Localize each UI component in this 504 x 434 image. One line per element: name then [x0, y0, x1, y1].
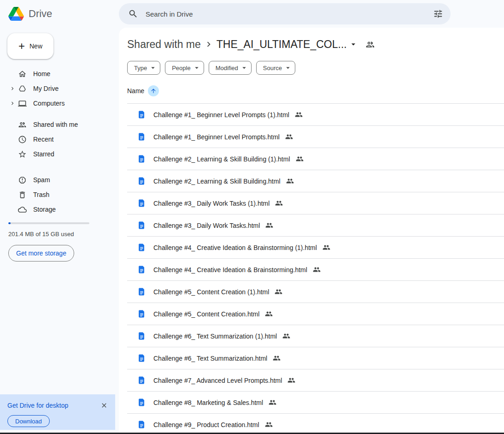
search-icon[interactable]	[124, 5, 142, 23]
tune-filters-icon[interactable]	[429, 5, 447, 23]
sidebar-item-spam[interactable]: Spam	[7, 172, 115, 187]
sidebar-item-label: Starred	[33, 150, 54, 158]
main-content: Shared with me THE_AI_ULTIMATE_COL... Ty…	[119, 28, 504, 434]
storage-usage-text: 201.4 MB of 15 GB used	[8, 231, 115, 238]
file-row[interactable]: Challenge #6_ Text Summarization.html	[127, 347, 504, 369]
file-name: Challenge #1_ Beginner Level Prompts.htm…	[153, 133, 280, 141]
shared-people-icon	[275, 199, 283, 207]
shared-people-icon	[295, 111, 303, 119]
html-file-icon	[137, 155, 146, 163]
shared-people-icon	[286, 177, 294, 185]
banner-title: Get Drive for desktop	[7, 402, 68, 409]
filter-chip-source[interactable]: Source	[256, 61, 295, 75]
html-file-icon	[137, 177, 146, 185]
breadcrumb-current-folder[interactable]: THE_AI_ULTIMATE_COL...	[217, 38, 347, 51]
topbar	[119, 0, 504, 28]
shared-people-icon	[265, 221, 273, 229]
html-file-icon	[137, 332, 146, 340]
new-button[interactable]: + New	[7, 33, 53, 59]
chevron-down-icon	[149, 64, 157, 72]
file-row[interactable]: Challenge #7_ Advanced Level Prompts.htm…	[127, 369, 504, 391]
shared-people-icon	[269, 398, 276, 406]
sort-ascending-icon[interactable]	[148, 85, 159, 96]
sidebar-item-starred[interactable]: Starred	[7, 147, 115, 161]
spam-icon	[18, 176, 27, 184]
filter-chip-modified[interactable]: Modified	[209, 61, 252, 75]
file-name: Challenge #2_ Learning & Skill Building …	[153, 155, 290, 163]
html-file-icon	[137, 132, 146, 141]
sidebar: + New Home My Drive Computers Shared	[0, 28, 119, 434]
sidebar-item-label: Spam	[33, 176, 50, 184]
sidebar-item-home[interactable]: Home	[7, 66, 115, 81]
file-name: Challenge #8_ Marketing & Sales.html	[153, 399, 263, 406]
html-file-icon	[137, 376, 146, 385]
drive-logo-icon	[8, 7, 24, 21]
filter-chip-people[interactable]: People	[165, 61, 204, 75]
sidebar-item-label: Shared with me	[33, 121, 78, 128]
sidebar-item-label: Storage	[33, 206, 56, 213]
sidebar-item-label: Home	[33, 70, 50, 77]
file-name: Challenge #7_ Advanced Level Prompts.htm…	[153, 377, 282, 384]
folder-shared-people-icon[interactable]	[365, 40, 375, 49]
people-icon	[18, 120, 27, 129]
file-name: Challenge #3_ Daily Work Tasks.html	[153, 222, 260, 229]
clock-icon	[18, 135, 27, 144]
html-file-icon	[137, 110, 146, 119]
html-file-icon	[137, 398, 146, 407]
shared-people-icon	[285, 133, 293, 141]
expand-chevron-icon[interactable]	[7, 85, 18, 92]
file-name: Challenge #5_ Content Creation.html	[153, 310, 259, 318]
sidebar-item-my-drive[interactable]: My Drive	[7, 81, 115, 96]
sidebar-item-shared-with-me[interactable]: Shared with me	[7, 117, 115, 132]
file-name: Challenge #6_ Text Summarization (1).htm…	[153, 333, 277, 340]
file-name: Challenge #2_ Learning & Skill Building.…	[153, 178, 281, 185]
file-row[interactable]: Challenge #3_ Daily Work Tasks.html	[127, 214, 504, 236]
column-header-name[interactable]: Name	[127, 84, 159, 98]
file-row[interactable]: Challenge #5_ Content Creation.html	[127, 303, 504, 325]
file-row[interactable]: Challenge #1_ Beginner Level Prompts (1)…	[127, 103, 504, 125]
storage-progress-fill	[8, 222, 11, 224]
html-file-icon	[137, 287, 146, 296]
sidebar-item-label: My Drive	[33, 85, 59, 92]
file-name: Challenge #4_ Creative Ideation & Brains…	[153, 266, 307, 273]
file-row[interactable]: Challenge #5_ Content Creation (1).html	[127, 280, 504, 303]
get-more-storage-button[interactable]: Get more storage	[8, 245, 74, 262]
file-row[interactable]: Challenge #4_ Creative Ideation & Brains…	[127, 258, 504, 280]
file-row[interactable]: Challenge #9_ Product Creation.html	[127, 413, 504, 434]
breadcrumb: Shared with me THE_AI_ULTIMATE_COL...	[127, 34, 504, 54]
computer-icon	[18, 99, 27, 108]
file-row[interactable]: Challenge #6_ Text Summarization (1).htm…	[127, 325, 504, 347]
shared-people-icon	[282, 332, 290, 340]
shared-people-icon	[265, 421, 273, 428]
folder-menu-caret-icon[interactable]	[348, 39, 359, 50]
sidebar-item-recent[interactable]: Recent	[7, 132, 115, 147]
html-file-icon	[137, 354, 146, 363]
shared-people-icon	[296, 155, 304, 163]
sidebar-item-computers[interactable]: Computers	[7, 96, 115, 111]
filter-chips: Type People Modified Source	[127, 61, 504, 75]
app-title: Drive	[29, 8, 52, 20]
shared-people-icon	[287, 376, 295, 384]
expand-chevron-icon[interactable]	[7, 100, 18, 107]
html-file-icon	[137, 221, 146, 230]
shared-people-icon	[273, 354, 281, 362]
file-row[interactable]: Challenge #1_ Beginner Level Prompts.htm…	[127, 125, 504, 148]
filter-chip-type[interactable]: Type	[127, 61, 160, 75]
sidebar-item-trash[interactable]: Trash	[7, 187, 115, 202]
html-file-icon	[137, 199, 146, 208]
file-row[interactable]: Challenge #8_ Marketing & Sales.html	[127, 391, 504, 413]
search-bar[interactable]	[119, 3, 451, 24]
close-icon[interactable]	[99, 400, 110, 411]
plus-icon: +	[18, 41, 25, 52]
sidebar-item-storage[interactable]: Storage	[7, 202, 115, 217]
file-row[interactable]: Challenge #3_ Daily Work Tasks (1).html	[127, 192, 504, 214]
download-button[interactable]: Download	[7, 415, 50, 427]
file-row[interactable]: Challenge #2_ Learning & Skill Building …	[127, 148, 504, 170]
search-input[interactable]	[146, 10, 426, 18]
file-row[interactable]: Challenge #4_ Creative Ideation & Brains…	[127, 236, 504, 258]
file-list: Challenge #1_ Beginner Level Prompts (1)…	[127, 103, 504, 434]
html-file-icon	[137, 420, 146, 429]
file-name: Challenge #6_ Text Summarization.html	[153, 355, 267, 362]
breadcrumb-root[interactable]: Shared with me	[127, 38, 201, 51]
file-row[interactable]: Challenge #2_ Learning & Skill Building.…	[127, 170, 504, 192]
